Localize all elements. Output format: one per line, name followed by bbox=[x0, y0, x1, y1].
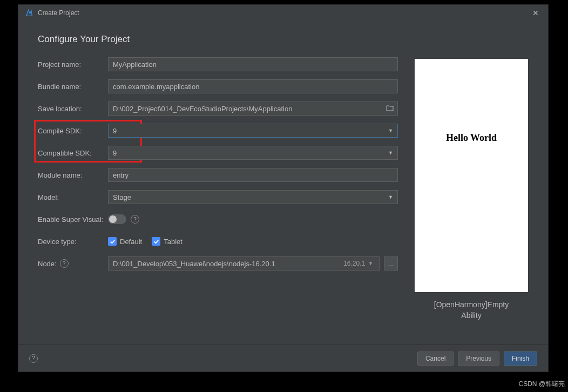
chevron-down-icon: ▼ bbox=[388, 194, 393, 200]
node-version-value: 16.20.1 bbox=[343, 260, 365, 267]
device-tablet-label: Tablet bbox=[164, 238, 182, 246]
module-name-label: Module name: bbox=[38, 171, 108, 179]
device-default-checkbox[interactable] bbox=[108, 237, 117, 246]
bundle-name-label: Bundle name: bbox=[38, 83, 108, 91]
help-icon[interactable]: ? bbox=[60, 259, 69, 268]
preview-device-frame: Hello World bbox=[415, 59, 528, 292]
project-name-label: Project name: bbox=[38, 60, 108, 69]
node-more-button[interactable]: ... bbox=[384, 256, 398, 271]
help-icon[interactable]: ? bbox=[131, 215, 139, 224]
preview-column: Hello World [OpenHarmony]Empty Ability bbox=[414, 57, 529, 344]
app-logo-icon bbox=[25, 9, 33, 17]
help-icon[interactable]: ? bbox=[29, 354, 38, 363]
node-version-dropdown[interactable]: 16.20.1 ▼ bbox=[343, 260, 373, 267]
chevron-down-icon: ▼ bbox=[388, 150, 393, 156]
preview-caption: [OpenHarmony]Empty Ability bbox=[434, 300, 509, 321]
enable-super-visual-toggle[interactable] bbox=[108, 214, 126, 224]
compile-sdk-label: Compile SDK: bbox=[38, 127, 108, 135]
bundle-name-input[interactable] bbox=[108, 79, 398, 93]
preview-hello-world: Hello World bbox=[446, 132, 497, 144]
compatible-sdk-label: Compatible SDK: bbox=[38, 149, 108, 157]
model-value: Stage bbox=[113, 193, 131, 201]
window-title: Create Project bbox=[38, 9, 528, 17]
cancel-button[interactable]: Cancel bbox=[417, 352, 454, 366]
compatible-sdk-select[interactable]: 9 ▼ bbox=[108, 146, 398, 160]
close-icon[interactable]: ✕ bbox=[528, 9, 544, 17]
page-title: Configure Your Project bbox=[38, 34, 529, 45]
device-type-label: Device type: bbox=[38, 238, 108, 246]
previous-button[interactable]: Previous bbox=[458, 352, 499, 366]
folder-browse-icon[interactable] bbox=[386, 105, 394, 113]
compile-sdk-select[interactable]: 9 ▼ bbox=[108, 124, 398, 138]
device-tablet-checkbox[interactable] bbox=[152, 237, 160, 246]
form-column: Project name: Bundle name: Save location… bbox=[38, 57, 398, 344]
model-select[interactable]: Stage ▼ bbox=[108, 190, 398, 204]
dialog-content: Configure Your Project Project name: Bun… bbox=[18, 21, 548, 344]
finish-button[interactable]: Finish bbox=[504, 352, 537, 366]
module-name-input[interactable] bbox=[108, 168, 398, 182]
save-location-input[interactable] bbox=[108, 102, 398, 116]
chevron-down-icon: ▼ bbox=[368, 261, 373, 266]
project-name-input[interactable] bbox=[108, 57, 398, 71]
node-label: Node: ? bbox=[38, 259, 108, 268]
title-bar: Create Project ✕ bbox=[18, 5, 548, 21]
toggle-knob bbox=[109, 215, 117, 223]
device-default-label: Default bbox=[120, 238, 142, 246]
compile-sdk-value: 9 bbox=[113, 127, 117, 135]
watermark-text: CSDN @韩曙亮 bbox=[518, 380, 565, 389]
model-label: Model: bbox=[38, 193, 108, 201]
compatible-sdk-value: 9 bbox=[113, 149, 117, 157]
chevron-down-icon: ▼ bbox=[388, 128, 393, 133]
save-location-label: Save location: bbox=[38, 105, 108, 113]
dialog-footer: ? Cancel Previous Finish bbox=[18, 344, 548, 371]
node-path-input[interactable] bbox=[108, 256, 380, 271]
create-project-dialog: Create Project ✕ Configure Your Project … bbox=[18, 4, 549, 372]
enable-super-visual-label: Enable Super Visual: bbox=[38, 215, 108, 224]
